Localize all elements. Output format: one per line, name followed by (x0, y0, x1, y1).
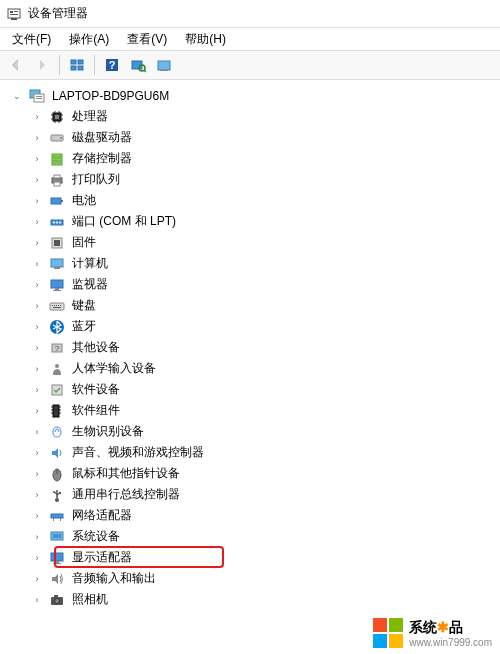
svg-rect-7 (71, 66, 76, 70)
monitor-icon (48, 276, 66, 294)
expand-icon[interactable]: › (30, 133, 44, 143)
toolbar: ? (0, 50, 500, 80)
expand-icon[interactable]: › (30, 406, 44, 416)
expand-icon[interactable]: › (30, 154, 44, 164)
expand-icon[interactable]: › (30, 196, 44, 206)
tree-item-bluetooth[interactable]: › 蓝牙 (30, 316, 496, 337)
port-icon (48, 213, 66, 231)
svg-rect-45 (51, 259, 63, 267)
tree-item-mouse[interactable]: › 鼠标和其他指针设备 (30, 463, 496, 484)
device-tree[interactable]: ⌄ LAPTOP-BD9PGU6M › 处理器 › 磁盘驱动器 › 存储控制器 … (0, 80, 500, 654)
item-label: 其他设备 (70, 338, 122, 357)
expand-icon[interactable]: › (30, 238, 44, 248)
printer-icon (48, 171, 66, 189)
tree-item-audio[interactable]: › 音频输入和输出 (30, 568, 496, 589)
sound-icon (48, 444, 66, 462)
tree-item-sound[interactable]: › 声音、视频和游戏控制器 (30, 442, 496, 463)
camera-icon (48, 591, 66, 609)
tree-item-printer[interactable]: › 打印队列 (30, 169, 496, 190)
biometric-icon (48, 423, 66, 441)
svg-rect-35 (54, 175, 60, 178)
expand-icon[interactable]: › (30, 448, 44, 458)
expand-icon[interactable]: › (30, 385, 44, 395)
tree-item-display[interactable]: › 显示适配器 (30, 547, 496, 568)
tree-item-firmware[interactable]: › 固件 (30, 232, 496, 253)
svg-rect-18 (36, 98, 42, 99)
tree-item-network[interactable]: › 网络适配器 (30, 505, 496, 526)
tree-item-storage[interactable]: › 存储控制器 (30, 148, 496, 169)
tree-item-disk[interactable]: › 磁盘驱动器 (30, 127, 496, 148)
svg-rect-74 (59, 492, 61, 494)
mouse-icon (48, 465, 66, 483)
expand-icon[interactable]: › (30, 301, 44, 311)
scan-button[interactable] (126, 53, 150, 77)
tree-item-biometric[interactable]: › 生物识别设备 (30, 421, 496, 442)
expand-icon[interactable]: › (30, 469, 44, 479)
tree-item-camera[interactable]: › 照相机 (30, 589, 496, 610)
expand-icon[interactable]: › (30, 259, 44, 269)
item-label: 蓝牙 (70, 317, 98, 336)
svg-point-41 (56, 221, 58, 223)
svg-point-40 (53, 221, 55, 223)
tree-root-node[interactable]: ⌄ LAPTOP-BD9PGU6M (10, 86, 496, 106)
battery-icon (48, 192, 66, 210)
show-hidden-button[interactable] (65, 53, 89, 77)
tree-item-processor[interactable]: › 处理器 (30, 106, 496, 127)
svg-text:?: ? (55, 344, 60, 353)
tree-item-computer[interactable]: › 计算机 (30, 253, 496, 274)
svg-rect-79 (53, 534, 61, 538)
tree-item-battery[interactable]: › 电池 (30, 190, 496, 211)
tree-item-keyboard[interactable]: › 键盘 (30, 295, 496, 316)
svg-rect-31 (52, 154, 62, 157)
svg-rect-80 (51, 553, 63, 561)
item-label: 处理器 (70, 107, 110, 126)
back-button (4, 53, 28, 77)
keyboard-icon (48, 297, 66, 315)
tree-item-port[interactable]: › 端口 (COM 和 LPT) (30, 211, 496, 232)
collapse-icon[interactable]: ⌄ (10, 91, 24, 101)
expand-icon[interactable]: › (30, 553, 44, 563)
other-icon: ? (48, 339, 66, 357)
item-label: 声音、视频和游戏控制器 (70, 443, 206, 462)
expand-icon[interactable]: › (30, 574, 44, 584)
expand-icon[interactable]: › (30, 322, 44, 332)
expand-icon[interactable]: › (30, 595, 44, 605)
tree-item-other[interactable]: › ? 其他设备 (30, 337, 496, 358)
title-bar: 设备管理器 (0, 0, 500, 28)
svg-point-84 (55, 598, 60, 603)
item-label: 计算机 (70, 254, 110, 273)
tree-item-component[interactable]: › 软件组件 (30, 400, 496, 421)
svg-rect-1 (10, 11, 13, 13)
watermark-url: www.win7999.com (409, 637, 492, 648)
tree-item-monitor[interactable]: › 监视器 (30, 274, 496, 295)
tree-item-hid[interactable]: › 人体学输入设备 (30, 358, 496, 379)
root-label: LAPTOP-BD9PGU6M (50, 88, 171, 104)
svg-rect-8 (78, 66, 83, 70)
expand-icon[interactable]: › (30, 364, 44, 374)
expand-icon[interactable]: › (30, 511, 44, 521)
menu-help[interactable]: 帮助(H) (177, 29, 234, 50)
properties-button[interactable] (152, 53, 176, 77)
menu-view[interactable]: 查看(V) (119, 29, 175, 50)
svg-rect-3 (10, 14, 18, 15)
item-label: 鼠标和其他指针设备 (70, 464, 182, 483)
svg-rect-47 (51, 280, 63, 288)
tree-item-system[interactable]: › 系统设备 (30, 526, 496, 547)
tree-item-usb[interactable]: › 通用串行总线控制器 (30, 484, 496, 505)
expand-icon[interactable]: › (30, 532, 44, 542)
menu-action[interactable]: 操作(A) (61, 29, 117, 50)
tree-item-software[interactable]: › 软件设备 (30, 379, 496, 400)
svg-text:?: ? (109, 59, 116, 71)
toolbar-separator (94, 55, 95, 75)
expand-icon[interactable]: › (30, 343, 44, 353)
expand-icon[interactable]: › (30, 175, 44, 185)
expand-icon[interactable]: › (30, 490, 44, 500)
expand-icon[interactable]: › (30, 217, 44, 227)
watermark-brand: 系统✱品 (409, 619, 492, 637)
menu-file[interactable]: 文件(F) (4, 29, 59, 50)
expand-icon[interactable]: › (30, 280, 44, 290)
expand-icon[interactable]: › (30, 112, 44, 122)
disk-icon (48, 129, 66, 147)
expand-icon[interactable]: › (30, 427, 44, 437)
help-button[interactable]: ? (100, 53, 124, 77)
